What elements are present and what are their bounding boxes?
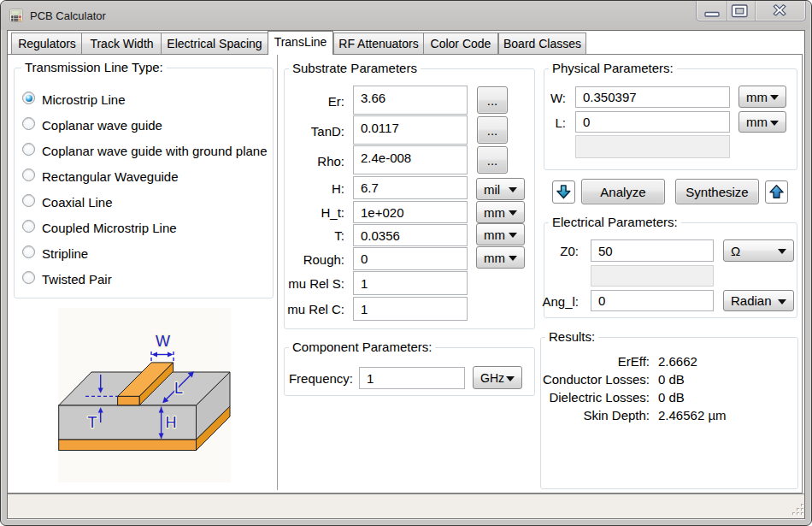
svg-text:H: H	[166, 414, 177, 431]
svg-text:L: L	[174, 380, 183, 397]
svg-text:T: T	[88, 414, 97, 431]
svg-text:W: W	[156, 333, 170, 350]
